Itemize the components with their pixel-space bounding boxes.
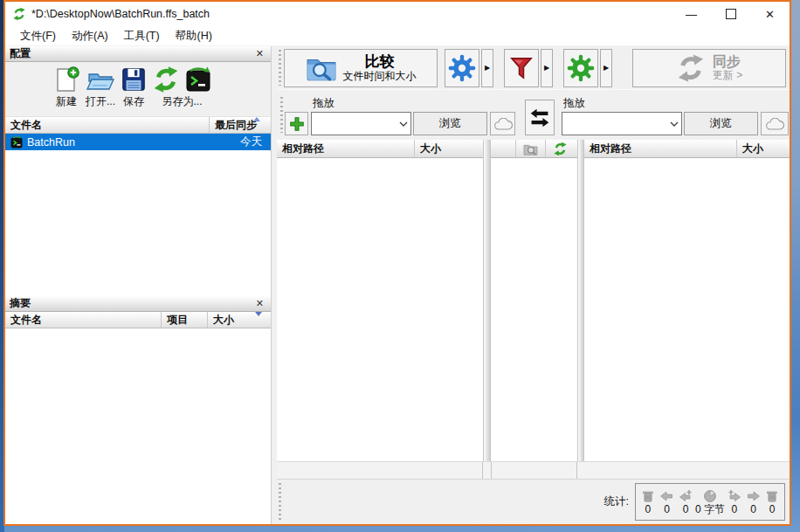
horizontal-scrollbar-row[interactable]	[277, 461, 790, 479]
save-as-batch-icon[interactable]	[184, 66, 212, 93]
middle-grid-body[interactable]	[491, 158, 577, 461]
middle-grid	[491, 140, 577, 461]
save-as-sync-icon	[152, 66, 180, 93]
save-config-button[interactable]: 保存	[121, 66, 147, 109]
cloud-icon	[493, 118, 513, 130]
sync-settings-dropdown[interactable]: ▶	[600, 49, 612, 87]
config-list-body[interactable]	[5, 150, 271, 296]
config-row-name: BatchRun	[27, 136, 75, 149]
close-button[interactable]: ✕	[750, 2, 790, 26]
summary-list-body[interactable]	[5, 328, 271, 524]
add-folder-pair-button[interactable]	[285, 112, 308, 135]
stat-update-left: 0	[658, 489, 677, 515]
config-row-last-sync: 今天	[240, 135, 266, 149]
new-config-label: 新建	[56, 94, 77, 109]
stat-bytes: 0 字节	[695, 489, 725, 515]
minimize-button[interactable]: —	[672, 2, 711, 26]
left-browse-button[interactable]: 浏览	[413, 112, 487, 135]
right-grid-body[interactable]	[584, 158, 790, 461]
comparison-settings-dropdown[interactable]: ▶	[481, 49, 493, 87]
menu-tools[interactable]: 工具(T)	[116, 27, 168, 45]
right-combo-chevron-icon[interactable]	[667, 121, 681, 127]
open-config-label: 打开...	[86, 94, 115, 109]
summary-column-size[interactable]: 大小	[208, 313, 271, 328]
toolbar-drag-handle[interactable]	[279, 50, 281, 86]
view-type-button[interactable]	[515, 140, 545, 157]
maximize-icon	[726, 9, 736, 19]
batch-job-icon	[10, 136, 23, 149]
folder-search-gray-icon	[523, 142, 538, 155]
new-file-icon	[52, 66, 80, 93]
middle-grid-header	[491, 140, 577, 158]
swap-sides-button[interactable]	[525, 100, 555, 135]
swap-view-sync-button[interactable]	[545, 140, 574, 157]
delete-left-icon	[641, 489, 655, 503]
swap-arrows-icon	[529, 107, 550, 128]
left-grid-header: 相对路径 大小	[277, 140, 483, 158]
left-grid-column-size[interactable]: 大小	[415, 142, 483, 156]
folder-pair-row: 拖放 浏览	[277, 89, 790, 140]
cloud-icon	[765, 118, 784, 130]
right-grid-column-path[interactable]: 相对路径	[584, 142, 736, 156]
open-config-button[interactable]: 打开...	[86, 66, 115, 109]
left-file-grid: 相对路径 大小	[277, 140, 483, 461]
config-column-name[interactable]: 文件名	[5, 118, 209, 133]
sync-variant-label: 更新 >	[713, 69, 742, 81]
compare-button[interactable]: 比较 文件时间和大小	[284, 49, 438, 87]
save-as-label: 另存为...	[162, 94, 203, 109]
comparison-settings-button[interactable]	[445, 49, 479, 87]
sync-disabled-icon	[676, 53, 706, 83]
summary-panel-close-icon[interactable]: ✕	[253, 298, 266, 309]
pie-chart-icon	[703, 489, 717, 503]
config-panel-title: 配置	[10, 46, 31, 61]
summary-panel-title: 摘要	[10, 296, 31, 311]
save-as-button[interactable]: 另存为...	[152, 66, 212, 109]
status-bar: 统计: 0 0	[277, 479, 790, 524]
sync-label: 同步	[713, 54, 742, 69]
left-combo-chevron-icon[interactable]	[397, 121, 410, 127]
synchronize-button[interactable]: 同步 更新 >	[632, 49, 786, 87]
left-folder-combobox[interactable]	[311, 112, 411, 135]
maximize-button[interactable]	[711, 2, 750, 26]
left-grid-body[interactable]	[277, 158, 483, 461]
new-config-button[interactable]: 新建	[52, 66, 80, 109]
filter-settings-dropdown[interactable]: ▶	[541, 49, 553, 87]
right-cloud-button[interactable]	[761, 112, 789, 135]
config-panel-close-icon[interactable]: ✕	[253, 48, 266, 59]
summary-panel-caption: 摘要 ✕	[5, 296, 271, 312]
summary-column-items[interactable]: 项目	[162, 313, 207, 328]
filter-settings-button[interactable]	[504, 49, 539, 87]
save-config-label: 保存	[123, 94, 144, 109]
action-toolbar: 比较 文件时间和大小	[277, 46, 790, 89]
statusbar-drag-handle[interactable]	[279, 483, 281, 521]
right-folder-combobox[interactable]	[562, 112, 682, 135]
right-browse-button[interactable]: 浏览	[684, 112, 758, 135]
save-floppy-icon	[121, 66, 147, 93]
compare-variant-label: 文件时间和大小	[343, 70, 417, 82]
statistics-label: 统计:	[604, 494, 635, 509]
arrow-left-plus-icon	[679, 489, 693, 503]
arrow-left-icon	[659, 489, 673, 503]
right-grid-column-size[interactable]: 大小	[737, 142, 790, 156]
sync-settings-button[interactable]	[563, 49, 598, 87]
config-column-last-sync[interactable]: 最后同步	[210, 118, 271, 133]
grid-separator-left	[483, 140, 491, 461]
folder-row-drag-handle[interactable]	[280, 97, 283, 133]
plus-icon	[289, 116, 305, 132]
window-title: *D:\DesktopNow\BatchRun.ffs_batch	[31, 8, 672, 20]
config-panel-caption: 配置 ✕	[5, 46, 271, 62]
menu-actions[interactable]: 动作(A)	[64, 27, 116, 45]
left-grid-column-path[interactable]: 相对路径	[277, 142, 414, 156]
stat-create-left: 0	[676, 489, 695, 515]
summary-column-name[interactable]: 文件名	[5, 313, 161, 328]
menu-file[interactable]: 文件(F)	[12, 27, 64, 45]
menu-help[interactable]: 帮助(H)	[168, 27, 220, 45]
compare-folder-search-icon	[306, 53, 337, 83]
left-cloud-button[interactable]	[490, 112, 515, 135]
app-window: *D:\DesktopNow\BatchRun.ffs_batch — ✕ 文件…	[3, 0, 791, 526]
file-grids: 相对路径 大小	[277, 140, 790, 461]
sort-descending-icon	[255, 312, 262, 316]
right-grid-header: 相对路径 大小	[584, 140, 790, 158]
title-bar[interactable]: *D:\DesktopNow\BatchRun.ffs_batch — ✕	[5, 2, 790, 26]
config-row-batchrun[interactable]: BatchRun 今天	[5, 134, 271, 150]
